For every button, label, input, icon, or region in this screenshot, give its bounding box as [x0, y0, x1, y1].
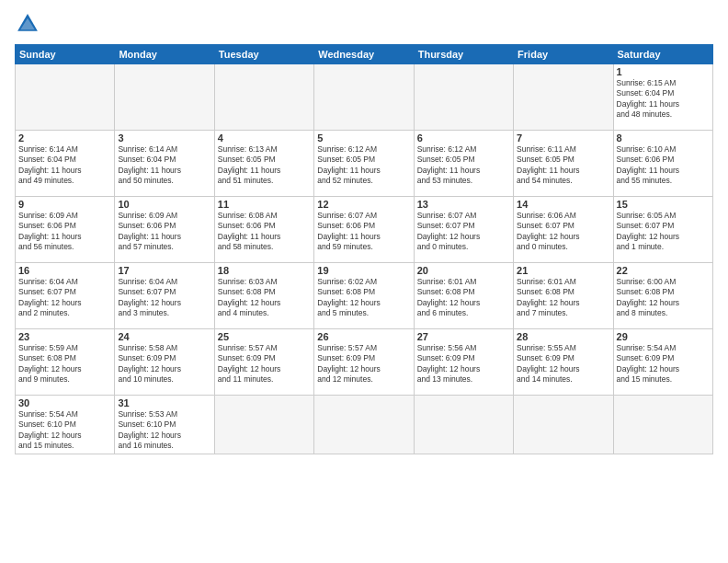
- calendar-cell: 29Sunrise: 5:54 AM Sunset: 6:09 PM Dayli…: [613, 329, 712, 396]
- calendar-cell: 1Sunrise: 6:15 AM Sunset: 6:04 PM Daylig…: [613, 64, 712, 131]
- day-sun-info: Sunrise: 6:12 AM Sunset: 6:05 PM Dayligh…: [417, 144, 510, 187]
- day-number: 20: [417, 265, 510, 276]
- day-number: 10: [118, 199, 210, 210]
- day-number: 11: [218, 199, 311, 210]
- calendar-cell: 2Sunrise: 6:14 AM Sunset: 6:04 PM Daylig…: [16, 131, 115, 197]
- day-sun-info: Sunrise: 6:03 AM Sunset: 6:08 PM Dayligh…: [218, 277, 311, 319]
- day-number: 30: [18, 397, 111, 408]
- day-number: 21: [517, 265, 609, 276]
- day-sun-info: Sunrise: 6:00 AM Sunset: 6:08 PM Dayligh…: [617, 277, 710, 319]
- calendar-cell: 22Sunrise: 6:00 AM Sunset: 6:08 PM Dayli…: [613, 263, 712, 329]
- calendar-cell: 19Sunrise: 6:02 AM Sunset: 6:08 PM Dayli…: [314, 263, 414, 329]
- weekday-header-sunday: Sunday: [16, 45, 115, 64]
- calendar-cell: 30Sunrise: 5:54 AM Sunset: 6:10 PM Dayli…: [16, 396, 115, 454]
- day-sun-info: Sunrise: 6:01 AM Sunset: 6:08 PM Dayligh…: [517, 277, 609, 319]
- calendar-week-row: 16Sunrise: 6:04 AM Sunset: 6:07 PM Dayli…: [16, 263, 713, 329]
- day-number: 29: [617, 331, 710, 342]
- day-number: 4: [218, 132, 311, 144]
- day-number: 16: [18, 265, 111, 276]
- day-number: 24: [118, 331, 210, 342]
- calendar-cell: 10Sunrise: 6:09 AM Sunset: 6:06 PM Dayli…: [115, 197, 214, 263]
- calendar-cell: 15Sunrise: 6:05 AM Sunset: 6:07 PM Dayli…: [613, 197, 712, 263]
- calendar-cell: 3Sunrise: 6:14 AM Sunset: 6:04 PM Daylig…: [115, 131, 214, 197]
- day-sun-info: Sunrise: 6:12 AM Sunset: 6:05 PM Dayligh…: [317, 144, 410, 187]
- calendar-cell: 24Sunrise: 5:58 AM Sunset: 6:09 PM Dayli…: [115, 329, 214, 396]
- weekday-header-wednesday: Wednesday: [314, 45, 414, 64]
- calendar-cell: 16Sunrise: 6:04 AM Sunset: 6:07 PM Dayli…: [16, 263, 115, 329]
- weekday-header-thursday: Thursday: [414, 45, 513, 64]
- day-sun-info: Sunrise: 6:05 AM Sunset: 6:07 PM Dayligh…: [617, 211, 710, 253]
- day-sun-info: Sunrise: 5:54 AM Sunset: 6:09 PM Dayligh…: [617, 343, 710, 385]
- calendar-cell: 23Sunrise: 5:59 AM Sunset: 6:08 PM Dayli…: [16, 329, 115, 396]
- day-sun-info: Sunrise: 6:15 AM Sunset: 6:04 PM Dayligh…: [617, 78, 710, 121]
- calendar-cell: [613, 396, 712, 454]
- weekday-header-saturday: Saturday: [613, 45, 712, 64]
- day-number: 27: [417, 331, 510, 342]
- day-sun-info: Sunrise: 6:07 AM Sunset: 6:06 PM Dayligh…: [317, 211, 410, 253]
- day-number: 14: [517, 199, 609, 210]
- calendar-cell: 9Sunrise: 6:09 AM Sunset: 6:06 PM Daylig…: [16, 197, 115, 263]
- day-number: 1: [617, 66, 710, 77]
- day-sun-info: Sunrise: 5:55 AM Sunset: 6:09 PM Dayligh…: [517, 343, 609, 385]
- day-sun-info: Sunrise: 6:02 AM Sunset: 6:08 PM Dayligh…: [317, 277, 410, 319]
- day-sun-info: Sunrise: 5:57 AM Sunset: 6:09 PM Dayligh…: [317, 343, 410, 385]
- calendar-week-row: 30Sunrise: 5:54 AM Sunset: 6:10 PM Dayli…: [16, 396, 713, 454]
- day-sun-info: Sunrise: 6:04 AM Sunset: 6:07 PM Dayligh…: [18, 277, 111, 319]
- day-sun-info: Sunrise: 6:09 AM Sunset: 6:06 PM Dayligh…: [118, 211, 210, 253]
- day-number: 19: [317, 265, 410, 276]
- calendar-cell: 26Sunrise: 5:57 AM Sunset: 6:09 PM Dayli…: [314, 329, 414, 396]
- calendar-week-row: 23Sunrise: 5:59 AM Sunset: 6:08 PM Dayli…: [16, 329, 713, 396]
- day-sun-info: Sunrise: 6:09 AM Sunset: 6:06 PM Dayligh…: [18, 211, 111, 253]
- day-sun-info: Sunrise: 5:58 AM Sunset: 6:09 PM Dayligh…: [118, 343, 210, 385]
- day-number: 12: [317, 199, 410, 210]
- calendar-cell: [314, 64, 414, 131]
- day-number: 3: [118, 132, 210, 144]
- day-sun-info: Sunrise: 5:54 AM Sunset: 6:10 PM Dayligh…: [18, 409, 111, 452]
- day-sun-info: Sunrise: 6:11 AM Sunset: 6:05 PM Dayligh…: [517, 144, 609, 187]
- day-number: 28: [517, 331, 609, 342]
- calendar-cell: 11Sunrise: 6:08 AM Sunset: 6:06 PM Dayli…: [214, 197, 313, 263]
- calendar-cell: 31Sunrise: 5:53 AM Sunset: 6:10 PM Dayli…: [115, 396, 214, 454]
- calendar-table: SundayMondayTuesdayWednesdayThursdayFrid…: [15, 44, 713, 454]
- weekday-header-row: SundayMondayTuesdayWednesdayThursdayFrid…: [16, 45, 713, 64]
- calendar-cell: [514, 64, 613, 131]
- calendar-cell: 14Sunrise: 6:06 AM Sunset: 6:07 PM Dayli…: [514, 197, 613, 263]
- calendar-week-row: 1Sunrise: 6:15 AM Sunset: 6:04 PM Daylig…: [16, 64, 713, 131]
- day-sun-info: Sunrise: 5:56 AM Sunset: 6:09 PM Dayligh…: [417, 343, 510, 385]
- day-number: 13: [417, 199, 510, 210]
- calendar-cell: [115, 64, 214, 131]
- calendar-cell: [214, 64, 313, 131]
- header: [15, 11, 713, 37]
- calendar-cell: 5Sunrise: 6:12 AM Sunset: 6:05 PM Daylig…: [314, 131, 414, 197]
- calendar-cell: [214, 396, 313, 454]
- day-number: 5: [317, 132, 410, 144]
- day-number: 25: [218, 331, 311, 342]
- weekday-header-monday: Monday: [115, 45, 214, 64]
- weekday-header-friday: Friday: [514, 45, 613, 64]
- logo: [15, 11, 44, 37]
- day-sun-info: Sunrise: 6:08 AM Sunset: 6:06 PM Dayligh…: [218, 211, 311, 253]
- calendar-cell: [514, 396, 613, 454]
- day-number: 6: [417, 132, 510, 144]
- day-sun-info: Sunrise: 6:04 AM Sunset: 6:07 PM Dayligh…: [118, 277, 210, 319]
- day-sun-info: Sunrise: 5:57 AM Sunset: 6:09 PM Dayligh…: [218, 343, 311, 385]
- day-number: 18: [218, 265, 311, 276]
- day-sun-info: Sunrise: 6:10 AM Sunset: 6:06 PM Dayligh…: [617, 144, 710, 187]
- day-number: 8: [617, 132, 710, 144]
- day-number: 15: [617, 199, 710, 210]
- day-sun-info: Sunrise: 6:14 AM Sunset: 6:04 PM Dayligh…: [118, 144, 210, 187]
- calendar-cell: 18Sunrise: 6:03 AM Sunset: 6:08 PM Dayli…: [214, 263, 313, 329]
- day-sun-info: Sunrise: 6:01 AM Sunset: 6:08 PM Dayligh…: [417, 277, 510, 319]
- calendar-cell: [414, 396, 513, 454]
- calendar-cell: 4Sunrise: 6:13 AM Sunset: 6:05 PM Daylig…: [214, 131, 313, 197]
- calendar-cell: 13Sunrise: 6:07 AM Sunset: 6:07 PM Dayli…: [414, 197, 513, 263]
- day-sun-info: Sunrise: 5:53 AM Sunset: 6:10 PM Dayligh…: [118, 409, 210, 452]
- calendar-cell: 20Sunrise: 6:01 AM Sunset: 6:08 PM Dayli…: [414, 263, 513, 329]
- day-number: 22: [617, 265, 710, 276]
- calendar-cell: 12Sunrise: 6:07 AM Sunset: 6:06 PM Dayli…: [314, 197, 414, 263]
- calendar-cell: 6Sunrise: 6:12 AM Sunset: 6:05 PM Daylig…: [414, 131, 513, 197]
- calendar-cell: [16, 64, 115, 131]
- day-number: 23: [18, 331, 111, 342]
- calendar-page: SundayMondayTuesdayWednesdayThursdayFrid…: [0, 0, 728, 563]
- day-number: 17: [118, 265, 210, 276]
